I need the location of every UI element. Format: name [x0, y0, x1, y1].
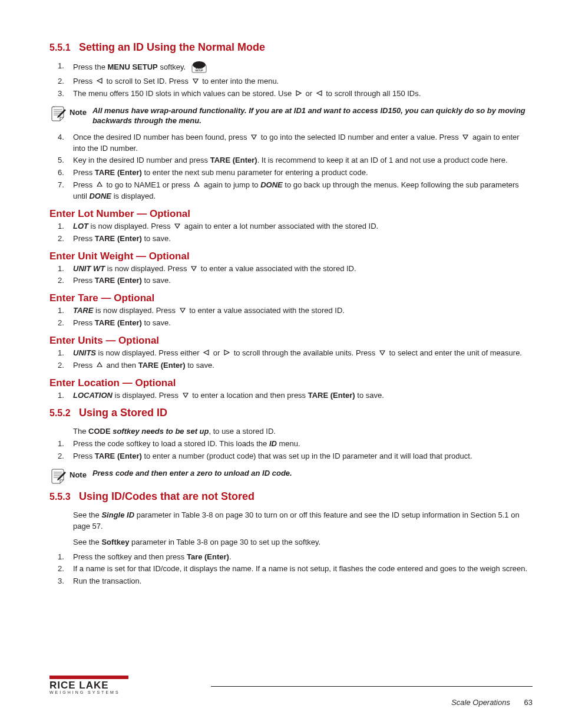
steps-tare: 1. TARE is now displayed. Press to enter… [49, 305, 533, 329]
steps-5-5-1: 1. Press the MENU SETUP softkey. MENU SE… [49, 61, 533, 100]
list-item: 3. The menu offers 150 ID slots in which… [73, 88, 533, 100]
list-item: 6. Press TARE (Enter) to enter the next … [73, 167, 533, 179]
list-item: 1. TARE is now displayed. Press to enter… [73, 305, 533, 317]
down-arrow-icon [174, 222, 181, 229]
steps-units: 1. UNITS is now displayed. Press either … [49, 348, 533, 371]
list-item: 1. Press the softkey and then press Tare… [73, 552, 533, 563]
menu-setup-key-icon: MENU SETUP [190, 61, 208, 75]
body-text: See the Single ID parameter in Table 3-8… [73, 510, 533, 532]
steps-lot: 1. LOT is now displayed. Press again to … [49, 221, 533, 245]
left-arrow-icon [203, 349, 210, 356]
note-icon [49, 104, 66, 122]
down-arrow-icon [182, 391, 189, 398]
heading-5-5-1: 5.5.1 Setting an ID Using the Normal Mod… [49, 41, 533, 54]
body-text: See the Softkey parameter in Table 3-8 o… [73, 537, 533, 548]
right-arrow-icon [223, 349, 230, 356]
section-title: Using ID/Codes that are not Stored [79, 490, 254, 502]
left-arrow-icon [316, 90, 323, 97]
up-arrow-icon [96, 361, 103, 368]
note-label: Note [70, 467, 89, 479]
list-item: 2. Press TARE (Enter) to save. [73, 275, 533, 286]
list-item: 1. UNIT WT is now displayed. Press to en… [73, 263, 533, 275]
page-footer: RICE LAKE WEIGHING SYSTEMS Scale Operati… [49, 676, 533, 707]
footer-text: Scale Operations 63 [49, 694, 533, 707]
list-item: 1. UNITS is now displayed. Press either … [73, 348, 533, 359]
section-number: 5.5.2 [49, 408, 71, 418]
list-item: 2. Press TARE (Enter) to save. [73, 233, 533, 245]
up-arrow-icon [193, 181, 200, 188]
subheading-tare: Enter Tare — Optional [49, 292, 533, 304]
down-arrow-icon [179, 307, 186, 314]
list-item: 1. Press the MENU SETUP softkey. MENU SE… [73, 61, 533, 75]
note-block-1: Note All menus have wrap-around function… [49, 104, 533, 126]
down-arrow-icon [462, 133, 469, 140]
list-item: 2. Press TARE (Enter) to enter a number … [73, 451, 533, 462]
heading-5-5-2: 5.5.2 Using a Stored ID [49, 407, 533, 419]
list-item: 1. LOT is now displayed. Press again to … [73, 221, 533, 232]
down-arrow-icon [379, 349, 386, 356]
note-block-2: Note Press code and then enter a zero to… [49, 467, 533, 485]
steps-5-5-3: 1. Press the softkey and then press Tare… [49, 552, 533, 588]
list-item: 1. LOCATION is displayed. Press to enter… [73, 390, 533, 401]
list-item: 3. Run the transaction. [73, 576, 533, 587]
section-title: Setting an ID Using the Normal Mode [79, 41, 265, 53]
steps-location: 1. LOCATION is displayed. Press to enter… [49, 390, 533, 401]
steps-5-5-2: 1. Press the code softkey to load a stor… [49, 439, 533, 462]
subheading-unitwt: Enter Unit Weight — Optional [49, 251, 533, 262]
note-text: All menus have wrap-around functionality… [92, 104, 533, 126]
list-item: 5. Key in the desired ID number and pres… [73, 155, 533, 166]
down-arrow-icon [190, 265, 197, 272]
note-text: Press code and then enter a zero to unlo… [92, 467, 533, 479]
subheading-lot: Enter Lot Number — Optional [49, 208, 533, 220]
list-item: 2. If a name is set for that ID/code, it… [73, 564, 533, 575]
heading-5-5-3: 5.5.3 Using ID/Codes that are not Stored [49, 490, 533, 503]
steps-5-5-1-cont: 4. Once the desired ID number has been f… [49, 132, 533, 202]
right-arrow-icon [295, 90, 302, 97]
left-arrow-icon [96, 77, 103, 84]
svg-text:SETUP: SETUP [195, 69, 203, 72]
list-item: 7. Press to go to NAME1 or press again t… [73, 180, 533, 202]
list-item: 1. Press the code softkey to load a stor… [73, 439, 533, 450]
down-arrow-icon [250, 133, 257, 140]
steps-unitwt: 1. UNIT WT is now displayed. Press to en… [49, 263, 533, 287]
body-text: The CODE softkey needs to be set up, to … [73, 426, 533, 437]
list-item: 2. Press TARE (Enter) to save. [73, 318, 533, 329]
logo: RICE LAKE WEIGHING SYSTEMS [49, 676, 128, 694]
note-label: Note [70, 104, 89, 117]
list-item: 2. Press to scroll to Set ID. Press to e… [73, 76, 533, 87]
subheading-location: Enter Location — Optional [49, 377, 533, 389]
down-arrow-icon [192, 77, 199, 84]
up-arrow-icon [96, 181, 103, 188]
section-number: 5.5.1 [49, 42, 71, 52]
section-title: Using a Stored ID [79, 407, 167, 419]
note-icon [49, 467, 66, 485]
section-number: 5.5.3 [49, 492, 71, 502]
subheading-units: Enter Units — Optional [49, 335, 533, 347]
list-item: 2. Press and then TARE (Enter) to save. [73, 360, 533, 371]
list-item: 4. Once the desired ID number has been f… [73, 132, 533, 154]
page-number: 63 [524, 698, 533, 707]
